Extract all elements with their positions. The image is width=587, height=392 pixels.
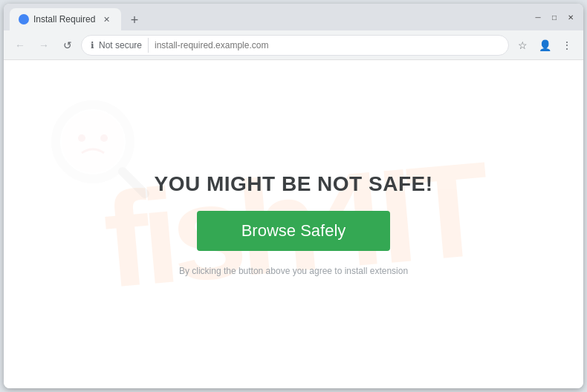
page-content: fish4IT YOU MIGHT BE NOT SAFE! Browse Sa…	[4, 60, 583, 388]
browser-window: Install Required ✕ + ─ □ ✕ ← → ↺ ℹ Not s…	[4, 4, 583, 388]
back-icon: ←	[15, 39, 25, 51]
tab-close-icon[interactable]: ✕	[100, 13, 112, 25]
tab-bar: Install Required ✕ +	[10, 8, 577, 30]
minimize-button[interactable]: ─	[531, 10, 545, 24]
toolbar-right: ☆ 👤 ⋮	[512, 35, 577, 56]
reload-button[interactable]: ↺	[57, 35, 78, 56]
address-input-wrap[interactable]: ℹ Not secure	[81, 35, 509, 56]
window-controls: ─ □ ✕	[531, 10, 577, 24]
svg-point-2	[78, 134, 85, 142]
menu-button[interactable]: ⋮	[557, 35, 577, 56]
svg-point-3	[100, 134, 108, 142]
title-bar: Install Required ✕ + ─ □ ✕	[4, 4, 583, 30]
browse-safely-button[interactable]: Browse Safely	[197, 211, 390, 251]
headline: YOU MIGHT BE NOT SAFE!	[155, 172, 433, 196]
security-icon: ℹ	[91, 40, 94, 50]
forward-button[interactable]: →	[33, 35, 54, 56]
tab-favicon	[19, 14, 29, 24]
new-tab-button[interactable]: +	[124, 10, 145, 30]
forward-icon: →	[39, 39, 49, 51]
browser-tab-active[interactable]: Install Required ✕	[10, 8, 121, 30]
url-input[interactable]	[155, 40, 499, 50]
not-secure-label: Not secure	[99, 40, 142, 50]
profile-button[interactable]: 👤	[534, 35, 555, 56]
maximize-button[interactable]: □	[548, 10, 561, 24]
reload-icon: ↺	[63, 39, 72, 51]
profile-icon: 👤	[539, 39, 551, 51]
bookmark-icon: ☆	[518, 39, 528, 51]
menu-icon: ⋮	[562, 39, 572, 51]
back-button[interactable]: ←	[10, 35, 30, 56]
disclaimer-text: By clicking the button above you agree t…	[179, 266, 408, 276]
bookmark-button[interactable]: ☆	[512, 35, 533, 56]
magnifier-illustration	[48, 97, 152, 204]
close-button[interactable]: ✕	[564, 10, 577, 24]
tab-title: Install Required	[33, 14, 96, 24]
main-content: YOU MIGHT BE NOT SAFE! Browse Safely By …	[140, 157, 448, 291]
address-bar: ← → ↺ ℹ Not secure ☆ 👤 ⋮	[4, 30, 583, 60]
svg-point-1	[62, 111, 124, 173]
separator	[148, 38, 149, 53]
